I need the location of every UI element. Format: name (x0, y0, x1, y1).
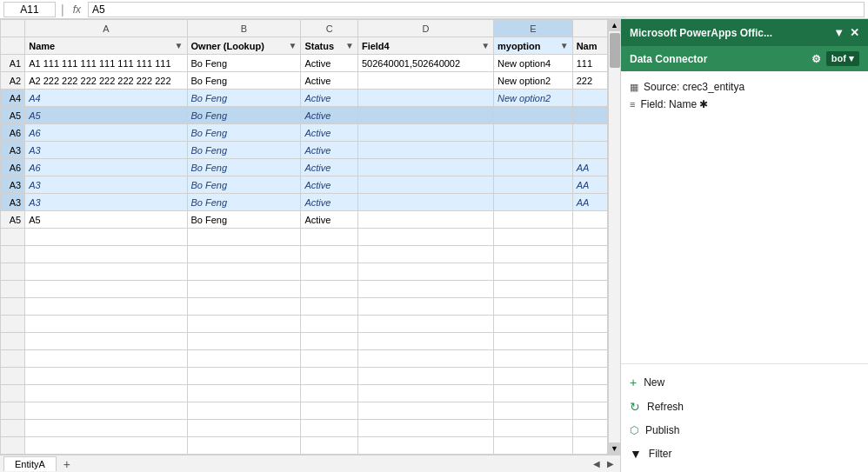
cell[interactable] (572, 107, 607, 124)
empty-cell[interactable] (301, 246, 357, 263)
col-header-Status[interactable]: Status ▼ (301, 37, 357, 55)
panel-settings-icon[interactable]: ⚙ (811, 53, 821, 65)
cell[interactable]: AA (572, 176, 607, 194)
empty-cell[interactable] (25, 316, 187, 333)
empty-cell[interactable] (25, 368, 187, 385)
cell[interactable]: A5 (25, 211, 187, 229)
empty-cell[interactable] (301, 316, 357, 333)
cell[interactable]: New option2 (494, 90, 573, 107)
empty-cell[interactable] (494, 316, 573, 333)
cell[interactable] (572, 90, 607, 107)
empty-cell[interactable] (494, 420, 573, 437)
cell[interactable] (494, 194, 573, 211)
cell[interactable]: Active (301, 72, 357, 90)
empty-cell[interactable] (494, 350, 573, 368)
cell[interactable] (494, 176, 573, 194)
empty-cell[interactable] (187, 333, 301, 350)
cell[interactable] (357, 194, 493, 211)
cell[interactable]: Bo Feng (187, 159, 301, 176)
empty-cell[interactable] (187, 263, 301, 281)
empty-cell[interactable] (572, 402, 607, 420)
empty-cell[interactable] (357, 229, 493, 246)
empty-cell[interactable] (572, 316, 607, 333)
cell[interactable]: Bo Feng (187, 55, 301, 72)
empty-cell[interactable] (301, 229, 357, 246)
filter-icon-Field4[interactable]: ▼ (481, 41, 490, 50)
col-alpha-D[interactable]: D (357, 20, 493, 37)
empty-cell[interactable] (572, 420, 607, 437)
empty-cell[interactable] (494, 368, 573, 385)
cell[interactable]: A3 (25, 194, 187, 211)
cell[interactable]: New option4 (494, 55, 573, 72)
cell[interactable]: Bo Feng (187, 176, 301, 194)
cell[interactable] (494, 107, 573, 124)
cell[interactable]: A6 (25, 124, 187, 142)
cell[interactable]: New option2 (494, 72, 573, 90)
cell[interactable]: A5 (25, 107, 187, 124)
cell[interactable]: 111 (572, 55, 607, 72)
empty-cell[interactable] (572, 368, 607, 385)
cell[interactable]: A1 111 111 111 111 111 111 111 (25, 55, 187, 72)
col-header-myoption[interactable]: myoption ▼ (494, 37, 573, 55)
col-header-Field4[interactable]: Field4 ▼ (357, 37, 493, 55)
action-filter[interactable]: ▼ Filter (630, 444, 859, 463)
empty-cell[interactable] (25, 263, 187, 281)
cell[interactable]: Bo Feng (187, 107, 301, 124)
empty-cell[interactable] (187, 246, 301, 263)
empty-cell[interactable] (494, 263, 573, 281)
empty-cell[interactable] (25, 437, 187, 455)
empty-cell[interactable] (187, 350, 301, 368)
cell[interactable]: Active (301, 159, 357, 176)
empty-cell[interactable] (187, 229, 301, 246)
scroll-left-btn[interactable]: ◀ (591, 459, 603, 469)
empty-cell[interactable] (301, 420, 357, 437)
cell[interactable] (357, 211, 493, 229)
panel-user-badge[interactable]: bof ▾ (826, 51, 859, 66)
filter-icon-myoption[interactable]: ▼ (560, 41, 569, 50)
empty-cell[interactable] (187, 437, 301, 455)
cell[interactable] (357, 124, 493, 142)
cell[interactable]: Bo Feng (187, 194, 301, 211)
col-header-Owner[interactable]: Owner (Lookup) ▼ (187, 37, 301, 55)
cell[interactable]: Active (301, 55, 357, 72)
empty-cell[interactable] (494, 333, 573, 350)
action-publish[interactable]: ⬡ Publish (630, 422, 859, 439)
empty-cell[interactable] (357, 368, 493, 385)
empty-cell[interactable] (494, 402, 573, 420)
col-alpha-E[interactable]: E (494, 20, 573, 37)
col-alpha-A[interactable]: A (25, 20, 187, 37)
col-header-Name[interactable]: Name ▼ (25, 37, 187, 55)
empty-cell[interactable] (357, 402, 493, 420)
cell[interactable] (494, 142, 573, 159)
empty-cell[interactable] (187, 298, 301, 316)
cell[interactable] (494, 211, 573, 229)
empty-cell[interactable] (301, 368, 357, 385)
cell[interactable] (357, 72, 493, 90)
empty-cell[interactable] (187, 420, 301, 437)
empty-cell[interactable] (572, 263, 607, 281)
cell[interactable]: A3 (25, 176, 187, 194)
empty-cell[interactable] (572, 229, 607, 246)
filter-icon-Name[interactable]: ▼ (175, 41, 184, 50)
cell[interactable]: Active (301, 176, 357, 194)
empty-cell[interactable] (301, 263, 357, 281)
col-alpha-F[interactable] (572, 20, 607, 37)
cell[interactable] (357, 142, 493, 159)
empty-cell[interactable] (25, 246, 187, 263)
cell[interactable]: A6 (25, 159, 187, 176)
empty-cell[interactable] (25, 385, 187, 402)
empty-cell[interactable] (572, 281, 607, 298)
scroll-right-btn[interactable]: ▶ (604, 459, 617, 469)
cell[interactable]: Active (301, 124, 357, 142)
empty-cell[interactable] (357, 316, 493, 333)
scroll-down-btn[interactable]: ▼ (609, 442, 621, 455)
empty-cell[interactable] (494, 437, 573, 455)
cell[interactable]: Active (301, 194, 357, 211)
empty-cell[interactable] (357, 281, 493, 298)
empty-cell[interactable] (301, 281, 357, 298)
empty-cell[interactable] (25, 420, 187, 437)
empty-cell[interactable] (187, 316, 301, 333)
cell[interactable] (572, 124, 607, 142)
cell[interactable]: Bo Feng (187, 90, 301, 107)
empty-cell[interactable] (301, 437, 357, 455)
